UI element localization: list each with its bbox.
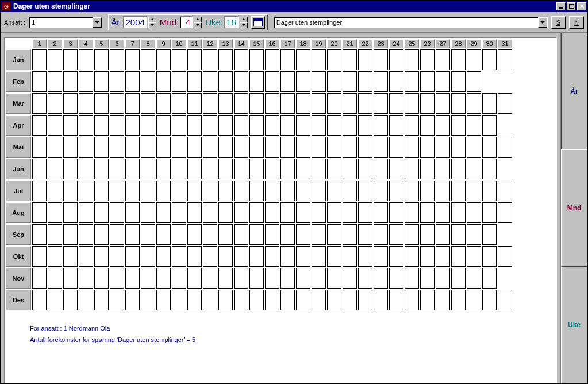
- day-cell[interactable]: [265, 93, 279, 114]
- day-cell[interactable]: [420, 181, 435, 201]
- day-cell[interactable]: [94, 246, 109, 267]
- day-header[interactable]: 13: [218, 39, 233, 48]
- day-cell[interactable]: [280, 268, 295, 289]
- day-cell[interactable]: [374, 202, 388, 223]
- day-cell[interactable]: [389, 224, 403, 245]
- day-cell[interactable]: [296, 115, 310, 136]
- day-cell[interactable]: [141, 224, 155, 245]
- day-cell[interactable]: [280, 115, 295, 136]
- day-cell[interactable]: [63, 290, 78, 310]
- day-header[interactable]: 2: [48, 39, 62, 48]
- day-cell[interactable]: [405, 137, 419, 158]
- month-value[interactable]: 4: [180, 16, 193, 28]
- day-header[interactable]: 23: [374, 39, 388, 48]
- month-header[interactable]: Jul: [6, 181, 31, 201]
- day-cell[interactable]: [420, 115, 435, 136]
- day-cell[interactable]: [249, 246, 264, 267]
- day-cell[interactable]: [234, 181, 248, 201]
- day-cell[interactable]: [249, 224, 264, 245]
- day-cell[interactable]: [125, 137, 140, 158]
- day-cell[interactable]: [32, 115, 47, 136]
- day-header[interactable]: 24: [389, 39, 403, 48]
- day-cell[interactable]: [482, 49, 497, 70]
- day-cell[interactable]: [48, 202, 62, 223]
- month-header[interactable]: Aug: [6, 202, 31, 223]
- day-cell[interactable]: [79, 137, 93, 158]
- day-cell[interactable]: [156, 246, 171, 267]
- day-cell[interactable]: [451, 246, 466, 267]
- day-header[interactable]: 9: [156, 39, 171, 48]
- day-cell[interactable]: [358, 246, 372, 267]
- week-down-button[interactable]: [240, 22, 248, 28]
- day-cell[interactable]: [94, 181, 109, 201]
- day-cell[interactable]: [63, 181, 78, 201]
- day-cell[interactable]: [467, 224, 481, 245]
- day-cell[interactable]: [343, 224, 357, 245]
- day-cell[interactable]: [156, 181, 171, 201]
- day-cell[interactable]: [312, 290, 326, 310]
- day-cell[interactable]: [451, 202, 466, 223]
- day-cell[interactable]: [218, 181, 233, 201]
- day-cell[interactable]: [327, 137, 341, 158]
- day-cell[interactable]: [451, 71, 466, 92]
- day-cell[interactable]: [79, 181, 93, 201]
- day-cell[interactable]: [420, 159, 435, 179]
- day-cell[interactable]: [141, 115, 155, 136]
- day-cell[interactable]: [327, 71, 341, 92]
- day-cell[interactable]: [187, 93, 202, 114]
- day-header[interactable]: 17: [280, 39, 295, 48]
- day-cell[interactable]: [296, 181, 310, 201]
- day-cell[interactable]: [249, 137, 264, 158]
- day-cell[interactable]: [32, 137, 47, 158]
- day-cell[interactable]: [327, 268, 341, 289]
- day-cell[interactable]: [218, 246, 233, 267]
- day-header[interactable]: 7: [125, 39, 140, 48]
- day-cell[interactable]: [32, 268, 47, 289]
- day-cell[interactable]: [94, 71, 109, 92]
- day-cell[interactable]: [436, 115, 450, 136]
- day-cell[interactable]: [436, 71, 450, 92]
- day-header[interactable]: 21: [343, 39, 357, 48]
- day-cell[interactable]: [405, 268, 419, 289]
- day-cell[interactable]: [125, 290, 140, 310]
- day-cell[interactable]: [420, 268, 435, 289]
- day-header[interactable]: 12: [203, 39, 217, 48]
- day-cell[interactable]: [265, 268, 279, 289]
- day-cell[interactable]: [63, 246, 78, 267]
- month-header[interactable]: Des: [6, 290, 31, 310]
- day-cell[interactable]: [296, 224, 310, 245]
- day-cell[interactable]: [141, 246, 155, 267]
- day-cell[interactable]: [451, 93, 466, 114]
- day-cell[interactable]: [280, 137, 295, 158]
- day-cell[interactable]: [451, 159, 466, 179]
- day-cell[interactable]: [172, 71, 186, 92]
- query-dropdown-button[interactable]: [538, 17, 547, 28]
- day-cell[interactable]: [249, 290, 264, 310]
- day-cell[interactable]: [389, 202, 403, 223]
- day-cell[interactable]: [125, 159, 140, 179]
- day-cell[interactable]: [265, 137, 279, 158]
- day-cell[interactable]: [203, 49, 217, 70]
- day-cell[interactable]: [343, 268, 357, 289]
- day-cell[interactable]: [79, 268, 93, 289]
- day-cell[interactable]: [94, 115, 109, 136]
- day-cell[interactable]: [79, 115, 93, 136]
- day-cell[interactable]: [63, 159, 78, 179]
- s-button[interactable]: S: [551, 16, 566, 29]
- day-cell[interactable]: [110, 181, 124, 201]
- day-cell[interactable]: [203, 202, 217, 223]
- day-cell[interactable]: [405, 181, 419, 201]
- query-combo[interactable]: Dager uten stemplinger: [274, 17, 548, 28]
- tab-month[interactable]: Mnd: [561, 149, 587, 266]
- day-cell[interactable]: [482, 137, 497, 158]
- day-cell[interactable]: [141, 181, 155, 201]
- day-cell[interactable]: [482, 93, 497, 114]
- month-header[interactable]: Mai: [6, 137, 31, 158]
- day-cell[interactable]: [94, 202, 109, 223]
- day-cell[interactable]: [358, 159, 372, 179]
- day-cell[interactable]: [63, 224, 78, 245]
- day-cell[interactable]: [358, 290, 372, 310]
- year-up-button[interactable]: [148, 17, 156, 22]
- day-cell[interactable]: [280, 71, 295, 92]
- day-cell[interactable]: [420, 49, 435, 70]
